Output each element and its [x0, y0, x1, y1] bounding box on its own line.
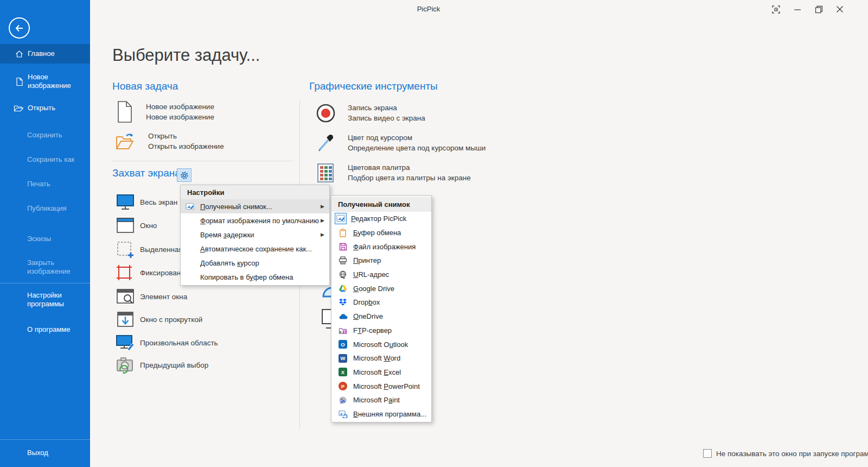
submenu-item-clipboard[interactable]: Буфер обмена — [331, 226, 431, 240]
submenu-item-label: Файл изображения — [353, 243, 416, 251]
external-program-icon — [338, 409, 348, 418]
sidebar-item-label: Главное — [28, 49, 55, 58]
dropbox-icon — [338, 298, 348, 307]
task-subtitle: Открыть изображение — [148, 141, 224, 152]
sidebar-item-label: Выход — [27, 449, 48, 457]
no-icon — [185, 230, 195, 239]
tool-color-palette[interactable]: Цветовая палитра Подбор цвета из палитры… — [316, 162, 471, 183]
url-globe-icon — [338, 270, 348, 279]
sidebar-item-thumbnails[interactable]: Эскизы — [0, 232, 90, 246]
minimize-icon — [794, 5, 801, 13]
submenu-item-url[interactable]: URL-адрес — [331, 268, 431, 282]
word-icon: W — [338, 354, 348, 363]
sidebar-item-label: Публикация — [27, 204, 67, 213]
submenu-item-google-drive[interactable]: Google Drive — [331, 281, 431, 295]
submenu-item-printer[interactable]: Принтер — [331, 254, 431, 268]
capture-full-screen[interactable]: Весь экран — [116, 193, 177, 211]
capture-label: Весь экран — [140, 198, 177, 206]
sidebar-item-about[interactable]: О программе — [0, 323, 90, 337]
menu-item-delay-time[interactable]: Время задержки ▶ — [181, 228, 329, 242]
sidebar-item-open[interactable]: Открыть — [0, 100, 90, 116]
tool-title: Запись экрана — [348, 103, 425, 113]
hide-on-startup-checkbox[interactable] — [703, 449, 712, 458]
palette-icon — [316, 163, 336, 183]
picpick-editor-icon — [336, 214, 346, 223]
sidebar-item-label: Новое изображение — [28, 73, 78, 90]
sidebar-item-exit[interactable]: Выход — [0, 445, 90, 460]
outlook-icon: O — [338, 340, 348, 349]
home-icon — [15, 49, 24, 59]
sidebar-item-close-image[interactable]: Закрыть изображение — [0, 256, 90, 278]
menu-item-copy-to-clipboard[interactable]: Копировать в буфер обмена — [181, 270, 329, 284]
capture-repeat-last[interactable]: Предыдущий выбор — [116, 356, 208, 374]
sidebar-item-print[interactable]: Печать — [0, 177, 90, 191]
selected-icon-frame — [335, 213, 347, 224]
submenu-item-paint[interactable]: Microsoft Paint — [331, 393, 431, 407]
menu-item-label: Формат изображения по умолчанию — [200, 217, 319, 225]
close-button[interactable] — [834, 3, 846, 15]
submenu-item-ftp-server[interactable]: FTP-сервер — [331, 324, 431, 338]
sidebar-item-home[interactable]: Главное — [0, 44, 90, 64]
tool-subtitle: Подбор цвета из палитры на экране — [348, 173, 471, 183]
section-heading-new-task: Новая задача — [112, 80, 178, 92]
tool-text: Цвет под курсором Определение цвета под … — [348, 132, 486, 153]
output-submenu: Полученный снимок Редактор PicPick Буфер… — [331, 195, 432, 422]
capture-region-button[interactable] — [770, 3, 782, 15]
submenu-item-picpick-editor[interactable]: Редактор PicPick — [331, 212, 431, 226]
repeat-capture-icon — [116, 356, 135, 374]
clipboard-icon — [338, 229, 348, 237]
sidebar-item-program-settings[interactable]: Настройки программы — [0, 289, 90, 311]
back-button[interactable] — [9, 17, 30, 39]
menu-item-captured-image[interactable]: Полученный снимок... ▶ — [181, 199, 329, 213]
submenu-item-image-file[interactable]: Файл изображения — [331, 239, 431, 254]
submenu-item-word[interactable]: W Microsoft Word — [331, 351, 431, 365]
sidebar-item-share[interactable]: Публикация — [0, 201, 90, 216]
tool-screen-recorder[interactable]: Запись экрана Запись видео с экрана — [316, 103, 425, 123]
capture-label: Окно с прокруткой — [140, 315, 202, 324]
window-control-icon — [116, 288, 135, 305]
sidebar-item-new-image[interactable]: Новое изображение — [0, 70, 90, 93]
tool-color-picker[interactable]: Цвет под курсором Определение цвета под … — [316, 132, 486, 153]
submenu-item-label: Google Drive — [353, 285, 394, 293]
menu-item-include-cursor[interactable]: Добавлять курсор — [181, 256, 329, 270]
capture-freehand[interactable]: Произвольная область — [116, 334, 218, 351]
paint-icon — [338, 396, 348, 405]
powerpoint-icon: P — [338, 382, 348, 390]
submenu-item-excel[interactable]: X Microsoft Excel — [331, 365, 431, 380]
tool-text: Цветовая палитра Подбор цвета из палитры… — [348, 162, 471, 183]
menu-item-label: Автоматическое сохранение как... — [200, 245, 312, 253]
sidebar-item-save-as[interactable]: Сохранить как — [0, 153, 90, 167]
sidebar-divider — [0, 283, 90, 283]
capture-settings-button[interactable] — [177, 168, 192, 182]
submenu-item-onedrive[interactable]: OneDrive — [331, 310, 431, 324]
restore-icon — [815, 5, 823, 14]
restore-button[interactable] — [813, 3, 825, 15]
freehand-region-icon — [116, 334, 135, 351]
capture-scrolling-window[interactable]: Окно с прокруткой — [116, 311, 202, 328]
submenu-item-outlook[interactable]: O Microsoft Outlook — [331, 337, 431, 351]
new-image-icon — [116, 100, 134, 123]
settings-context-menu: Настройки Полученный снимок... ▶ Формат … — [180, 185, 330, 286]
onedrive-icon — [338, 312, 348, 321]
submenu-item-dropbox[interactable]: Dropbox — [331, 295, 431, 310]
menu-item-default-image-format[interactable]: Формат изображения по умолчанию ▶ — [181, 213, 329, 228]
task-open[interactable]: Открыть Открыть изображение — [114, 130, 224, 152]
capture-window[interactable]: Окно — [116, 217, 157, 234]
task-text: Новое изображение Новое изображение — [146, 102, 214, 122]
image-file-icon — [338, 242, 348, 251]
capture-window-control[interactable]: Элемент окна — [116, 288, 187, 305]
minimize-button[interactable] — [792, 3, 803, 15]
task-text: Открыть Открыть изображение — [148, 131, 224, 152]
no-icon — [185, 258, 195, 267]
menu-item-auto-save-as[interactable]: Автоматическое сохранение как... — [181, 242, 329, 256]
submenu-item-powerpoint[interactable]: P Microsoft PowerPoint — [331, 379, 431, 393]
submenu-item-external-program[interactable]: Внешняя программа... — [331, 407, 431, 421]
excel-icon: X — [338, 368, 348, 376]
menu-header: Настройки — [181, 185, 329, 199]
submenu-item-label: Буфер обмена — [353, 229, 401, 237]
sidebar-item-label: Открыть — [28, 104, 55, 112]
page-title: Выберите задачу... — [112, 46, 260, 65]
submenu-arrow-icon: ▶ — [321, 204, 324, 209]
sidebar-item-save[interactable]: Сохранить — [0, 128, 90, 142]
task-new-image[interactable]: Новое изображение Новое изображение — [116, 100, 214, 123]
